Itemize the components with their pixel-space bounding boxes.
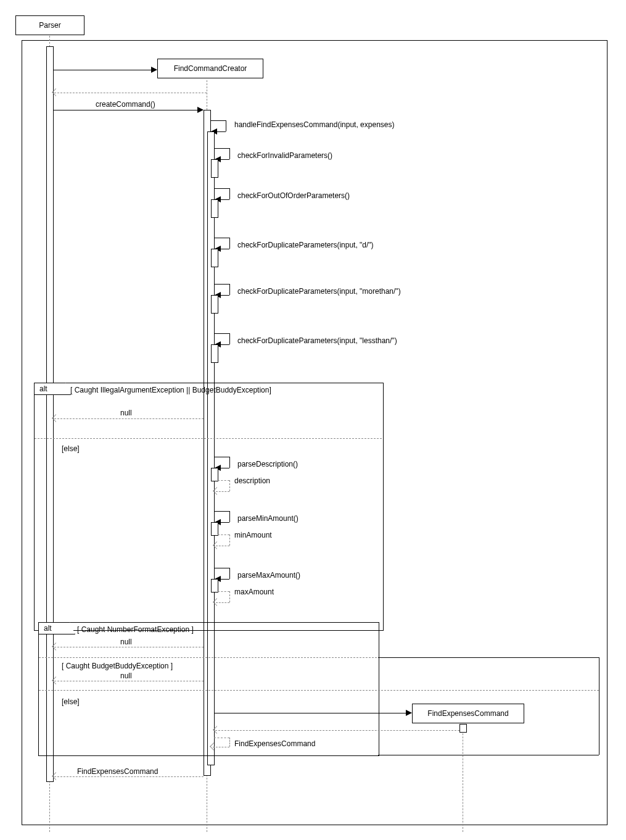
- sc2-v: [229, 148, 230, 159]
- pmax-rh1: [218, 591, 229, 592]
- pmin-rv: [229, 534, 230, 546]
- fec-final-label: FindExpensesCommand: [77, 767, 158, 776]
- alt-tab-1: alt: [34, 383, 71, 395]
- sc4-h1: [214, 238, 229, 238]
- alt-label-2: alt: [44, 624, 52, 633]
- ah-createcommand: [197, 107, 204, 113]
- participant-findcommandcreator: FindCommandCreator: [157, 59, 263, 78]
- guard2-label: [ Caught NumberFormatException ]: [77, 625, 194, 634]
- parser-label: Parser: [39, 21, 60, 30]
- pmax-h2: [221, 579, 229, 580]
- sc6-v: [229, 333, 230, 344]
- sc2-h2: [221, 159, 229, 160]
- alt1-div: [35, 438, 382, 439]
- arrowhead-create-fcc: [151, 67, 157, 73]
- fec-label: FindExpensesCommand: [427, 709, 508, 718]
- sc3-h1: [214, 188, 229, 189]
- sc2-h1: [214, 148, 229, 149]
- label-handle: handleFindExpensesCommand(input, expense…: [234, 120, 394, 129]
- desc-return: description: [234, 476, 270, 485]
- label-parsemax: parseMaxAmount(): [237, 571, 300, 580]
- pmin-v: [229, 511, 230, 522]
- label-parsedesc: parseDescription(): [237, 460, 298, 468]
- label-dupd: checkForDuplicateParameters(input, "d/"): [237, 241, 374, 249]
- else2-label: [else]: [62, 697, 80, 706]
- sc5-v: [229, 284, 230, 295]
- sc1-h1: [210, 120, 226, 121]
- alt-label-1: alt: [39, 385, 47, 393]
- sc3-h2: [221, 199, 229, 200]
- fec-activation: [459, 724, 467, 733]
- sc6-h1: [214, 333, 229, 334]
- fcc-sub3: [211, 199, 218, 218]
- label-checkorder: checkForOutOfOrderParameters(): [237, 191, 350, 200]
- fcc-sub4: [211, 249, 218, 267]
- alt2-ext-top: [378, 657, 599, 658]
- alt2-ext-right: [599, 657, 599, 755]
- fec-return: [215, 730, 459, 731]
- max-return: maxAmount: [234, 588, 274, 596]
- pd-h1: [214, 457, 229, 457]
- arrow-createcommand: [53, 110, 203, 110]
- label-checkinvalid: checkForInvalidParameters(): [237, 151, 332, 160]
- null1-label: null: [120, 409, 132, 417]
- else1-label: [else]: [62, 444, 80, 453]
- alt-tab-2: alt: [38, 622, 75, 634]
- pmax-rv: [229, 591, 230, 602]
- pmax-v: [229, 568, 230, 579]
- null2-arrow: [54, 647, 204, 647]
- alt2-div2: [39, 690, 599, 691]
- alt2-ext-bot: [378, 755, 599, 755]
- pd-act: [211, 468, 218, 481]
- pmin-act: [211, 522, 218, 536]
- fcc-sub6: [211, 344, 218, 363]
- sc6-h2: [221, 344, 229, 345]
- fcc-label: FindCommandCreator: [174, 64, 247, 73]
- guard3-label: [ Caught BudgetBuddyException ]: [62, 662, 173, 670]
- participant-fec: FindExpensesCommand: [412, 704, 524, 723]
- fec-lifeline: [463, 724, 463, 832]
- pmin-h2: [221, 522, 229, 523]
- participant-parser: Parser: [15, 15, 84, 35]
- fec-final-arrow: [54, 776, 204, 777]
- pmax-act: [211, 579, 218, 593]
- sc4-v: [229, 238, 230, 249]
- fcc-sub2: [211, 159, 218, 178]
- label-dupmore: checkForDuplicateParameters(input, "more…: [237, 287, 401, 296]
- min-return: minAmount: [234, 531, 272, 539]
- sc1-h2: [217, 131, 226, 132]
- alt-frame-2: [38, 622, 379, 756]
- sc5-h2: [221, 295, 229, 296]
- fec-sr-h1: [214, 738, 229, 738]
- pd-h2: [221, 468, 229, 468]
- sc5-h1: [214, 284, 229, 285]
- null3-label: null: [120, 672, 132, 680]
- alt-frame-1: [34, 383, 384, 631]
- sc3-v: [229, 188, 230, 199]
- guard1-label: [ Caught IllegalArgumentException || Bud…: [70, 386, 271, 394]
- sc1-v: [226, 120, 226, 131]
- arrow-create-fcc: [53, 70, 157, 70]
- arrow-create-fec: [214, 713, 411, 713]
- pmax-h1: [214, 568, 229, 568]
- pd-v: [229, 457, 230, 468]
- pmin-h1: [214, 511, 229, 512]
- label-dupless: checkForDuplicateParameters(input, "less…: [237, 336, 397, 345]
- fec-sr-v: [229, 738, 230, 747]
- ah-create-fec: [406, 710, 412, 716]
- pd-rh1: [218, 480, 229, 481]
- label-parsemin: parseMinAmount(): [237, 514, 299, 523]
- label-createcommand: createCommand(): [96, 100, 155, 109]
- fcc-sub5: [211, 295, 218, 314]
- sc4-h2: [221, 249, 229, 249]
- null3-arrow: [54, 681, 204, 681]
- null2-label: null: [120, 638, 132, 646]
- pmin-rh1: [218, 534, 229, 535]
- null1-arrow: [54, 418, 204, 419]
- return-fcc-created: [54, 93, 207, 93]
- pd-rv: [229, 480, 230, 491]
- fec-sr-label: FindExpensesCommand: [234, 739, 315, 748]
